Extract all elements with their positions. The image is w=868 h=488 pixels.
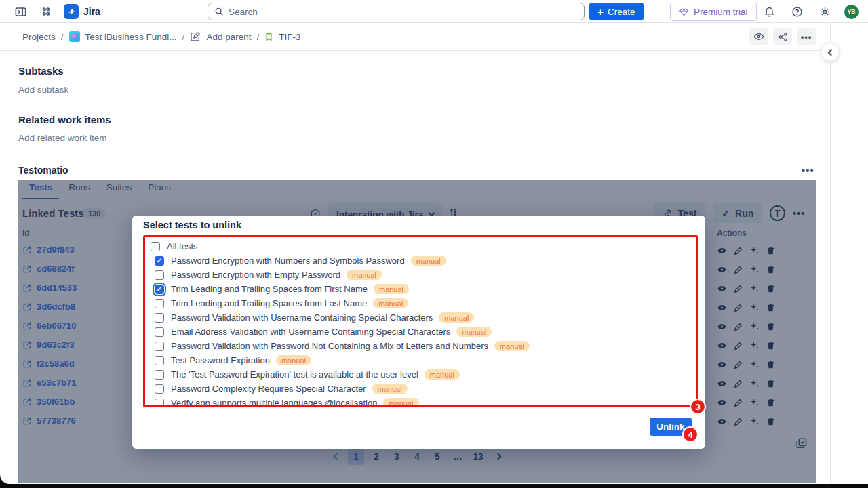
test-checkbox[interactable] — [155, 370, 164, 380]
related-items-heading: Related work items — [18, 114, 111, 125]
test-checkbox-row[interactable]: Password Validation with Password Not Co… — [149, 339, 696, 353]
breadcrumb-project-name[interactable]: Test iBusiness Fundi... — [85, 32, 177, 42]
jira-page: Jira Search + Create Premium trial — [0, 0, 868, 484]
panel-collapse-button[interactable] — [821, 43, 840, 62]
test-checkbox-row[interactable]: ✓Password Encryption with Numbers and Sy… — [149, 253, 696, 268]
all-tests-label: All tests — [167, 241, 198, 251]
test-checkbox-row[interactable]: Email Address Validation with Username C… — [149, 325, 696, 339]
test-label: Trim Leading and Trailing Spaces from Fi… — [171, 284, 368, 294]
all-tests-checkbox[interactable] — [151, 242, 160, 251]
test-label: Verify app supports multiple languages @… — [171, 398, 377, 407]
breadcrumb: Projects / Test iBusiness Fundi... / Add… — [0, 23, 868, 50]
breadcrumb-issue-key[interactable]: TIF-3 — [279, 32, 300, 42]
test-label: Email Address Validation with Username C… — [171, 327, 450, 337]
manual-badge: manual — [372, 384, 408, 394]
breadcrumb-add-parent[interactable]: Add parent — [206, 32, 251, 42]
manual-badge: manual — [374, 284, 409, 294]
premium-trial-button[interactable]: Premium trial — [670, 3, 757, 21]
manual-badge: manual — [494, 341, 530, 351]
jira-home-link[interactable]: Jira — [64, 4, 100, 19]
app-switcher-icon[interactable] — [38, 3, 54, 20]
test-checkbox[interactable] — [155, 270, 164, 280]
annotation-step-4: 4 — [682, 426, 698, 443]
notifications-bell-icon[interactable] — [761, 3, 777, 20]
gem-icon — [679, 7, 689, 17]
test-checkbox[interactable]: ✓ — [155, 285, 164, 294]
help-icon[interactable] — [789, 3, 805, 20]
test-checkbox-row[interactable]: The 'Test Password Expiration' test is a… — [149, 367, 696, 382]
share-button[interactable] — [773, 28, 792, 45]
test-label: Test Password Expiration — [171, 355, 270, 365]
test-checkbox-row[interactable]: Password Complexity Requires Special Cha… — [149, 382, 696, 396]
test-checkbox-row[interactable]: Test Password Expirationmanual — [149, 353, 696, 367]
jira-logo-icon — [64, 4, 79, 19]
modal-title: Select tests to unlink — [143, 220, 241, 230]
more-options-button[interactable]: ••• — [797, 28, 816, 45]
annotation-red-box: All tests ✓Password Encryption with Numb… — [143, 235, 698, 407]
sidebar-toggle-icon[interactable] — [12, 3, 28, 20]
user-avatar[interactable]: YB — [844, 5, 859, 19]
breadcrumb-projects[interactable]: Projects — [22, 32, 56, 42]
plus-icon: + — [597, 7, 604, 17]
manual-badge: manual — [347, 270, 382, 280]
test-label: The 'Test Password Expiration' test is a… — [171, 369, 418, 380]
manual-badge: manual — [439, 312, 474, 323]
manual-badge: manual — [373, 298, 408, 308]
app-title: Jira — [83, 6, 100, 17]
test-checkbox-row[interactable]: Password Validation with Username Contai… — [149, 310, 696, 325]
test-label: Password Complexity Requires Special Cha… — [171, 384, 366, 394]
test-checkbox[interactable] — [155, 313, 164, 323]
annotation-step-3: 3 — [690, 399, 706, 415]
watch-eye-button[interactable] — [749, 28, 768, 45]
manual-badge: manual — [425, 369, 460, 380]
test-label: Password Encryption with Empty Password — [171, 270, 340, 280]
search-input[interactable]: Search — [208, 3, 585, 20]
test-checkbox[interactable]: ✓ — [155, 256, 164, 266]
unlink-tests-modal: Select tests to unlink All tests ✓Passwo… — [132, 216, 705, 449]
manual-badge: manual — [411, 256, 446, 266]
test-checkbox[interactable] — [155, 299, 164, 308]
test-checkbox[interactable] — [155, 342, 164, 351]
test-label: Trim Leading and Trailing Spaces from La… — [171, 298, 367, 308]
manual-badge: manual — [276, 355, 311, 365]
issue-type-bookmark-icon — [264, 32, 273, 42]
top-navigation: Jira Search + Create Premium trial — [0, 0, 868, 23]
right-panel-divider — [830, 23, 831, 484]
test-checkbox-list: ✓Password Encryption with Numbers and Sy… — [149, 253, 696, 407]
all-tests-row[interactable]: All tests — [149, 239, 696, 253]
test-checkbox-row[interactable]: Verify app supports multiple languages @… — [149, 396, 696, 407]
test-checkbox-row[interactable]: ✓Trim Leading and Trailing Spaces from F… — [149, 282, 696, 296]
settings-gear-icon[interactable] — [816, 3, 833, 20]
test-checkbox-row[interactable]: Password Encryption with Empty Passwordm… — [149, 268, 696, 282]
project-avatar — [69, 31, 80, 42]
search-placeholder: Search — [229, 7, 258, 17]
subtasks-heading: Subtasks — [18, 65, 64, 77]
test-label: Password Validation with Password Not Co… — [171, 341, 488, 351]
manual-badge: manual — [456, 327, 492, 337]
test-label: Password Validation with Username Contai… — [171, 312, 433, 323]
add-parent-edit-icon — [190, 31, 201, 42]
test-checkbox[interactable] — [155, 356, 164, 365]
test-label: Password Encryption with Numbers and Sym… — [171, 256, 405, 266]
test-checkbox-row[interactable]: Trim Leading and Trailing Spaces from La… — [149, 296, 696, 310]
search-icon — [214, 7, 224, 16]
widget-menu-button[interactable]: ••• — [802, 165, 814, 176]
test-checkbox[interactable] — [155, 327, 164, 337]
testomatio-heading: Testomatio — [18, 165, 68, 176]
divider — [0, 50, 830, 51]
test-checkbox[interactable] — [155, 384, 164, 394]
manual-badge: manual — [383, 398, 418, 407]
add-related-item-link[interactable]: Add related work item — [18, 133, 107, 143]
add-subtask-link[interactable]: Add subtask — [18, 85, 68, 95]
test-checkbox[interactable] — [155, 399, 164, 408]
create-button[interactable]: + Create — [589, 3, 644, 20]
